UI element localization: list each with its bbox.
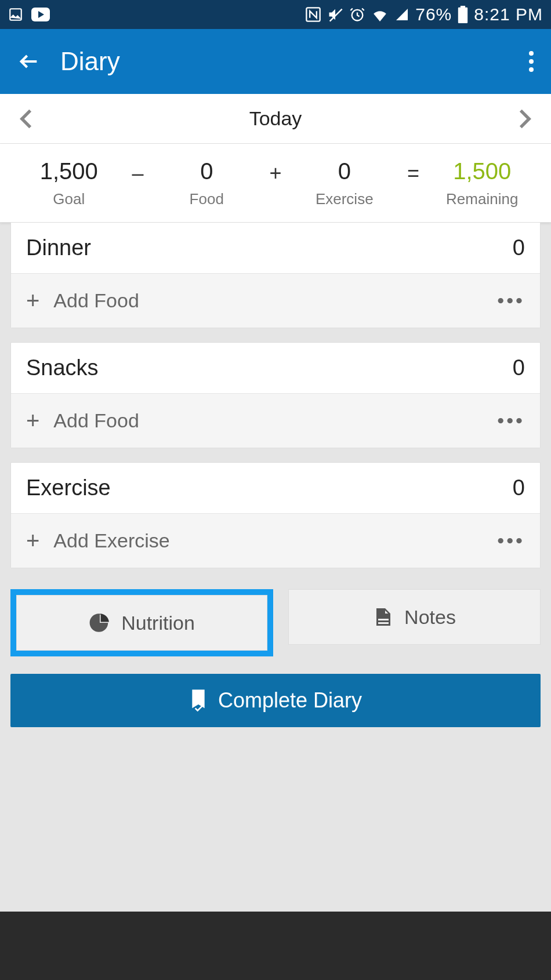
meal-action-row: + Add Food •••: [11, 274, 540, 328]
system-nav-bar: [0, 912, 551, 980]
exercise-name: Exercise: [26, 476, 111, 500]
nutrition-highlight: Nutrition: [10, 589, 273, 656]
nutrition-label: Nutrition: [121, 612, 195, 634]
add-exercise-button[interactable]: Add Exercise: [53, 529, 169, 552]
exercise-value: 0: [287, 158, 402, 184]
bookmark-check-icon: [189, 689, 208, 712]
equals-operator: =: [402, 161, 425, 205]
date-label[interactable]: Today: [32, 107, 519, 130]
wifi-icon: [371, 8, 389, 21]
food-label: Food: [150, 190, 264, 208]
date-navigator: Today: [0, 94, 551, 144]
diary-content: Dinner 0 + Add Food ••• Snacks 0 + Add F…: [0, 223, 551, 568]
minus-operator: –: [126, 161, 150, 205]
meal-header[interactable]: Dinner 0: [11, 223, 540, 274]
notes-label: Notes: [404, 606, 456, 629]
pie-chart-icon: [89, 612, 111, 634]
status-bar: 76% 8:21 PM: [0, 0, 551, 29]
overflow-menu-button[interactable]: [529, 51, 534, 72]
summary-food: 0 Food: [150, 158, 264, 208]
meal-calories: 0: [513, 235, 525, 260]
exercise-label: Exercise: [287, 190, 402, 208]
exercise-calories: 0: [513, 476, 525, 500]
page-title: Diary: [60, 47, 120, 76]
summary-exercise: 0 Exercise: [287, 158, 402, 208]
remaining-label: Remaining: [425, 190, 540, 208]
goal-value: 1,500: [12, 158, 126, 184]
svg-rect-6: [461, 6, 465, 8]
meal-header[interactable]: Snacks 0: [11, 343, 540, 394]
prev-day-button[interactable]: [20, 108, 32, 129]
remaining-value: 1,500: [425, 158, 540, 184]
signal-icon: [394, 8, 409, 21]
battery-icon: [458, 6, 468, 23]
meal-calories: 0: [513, 355, 525, 380]
mute-icon: [327, 6, 343, 23]
plus-icon: +: [26, 528, 39, 554]
add-food-button[interactable]: Add Food: [53, 409, 139, 432]
nfc-icon: [305, 6, 321, 23]
summary-goal: 1,500 Goal: [12, 158, 126, 208]
nutrition-button[interactable]: Nutrition: [16, 595, 267, 651]
meal-card-dinner: Dinner 0 + Add Food •••: [10, 223, 541, 328]
notes-icon: [373, 607, 394, 627]
exercise-more-button[interactable]: •••: [497, 529, 525, 552]
svg-rect-5: [458, 8, 467, 23]
exercise-header[interactable]: Exercise 0: [11, 463, 540, 514]
summary-remaining: 1,500 Remaining: [425, 158, 540, 208]
clock-time: 8:21 PM: [474, 5, 543, 24]
youtube-icon: [31, 8, 50, 21]
meal-name: Snacks: [26, 355, 99, 380]
add-food-button[interactable]: Add Food: [53, 289, 139, 312]
meal-name: Dinner: [26, 235, 91, 260]
battery-percentage: 76%: [415, 5, 452, 24]
exercise-card: Exercise 0 + Add Exercise •••: [10, 462, 541, 568]
exercise-action-row: + Add Exercise •••: [11, 514, 540, 568]
complete-diary-button[interactable]: Complete Diary: [10, 674, 541, 727]
next-day-button[interactable]: [519, 108, 531, 129]
meal-more-button[interactable]: •••: [497, 409, 525, 432]
plus-icon: +: [26, 408, 39, 434]
back-button[interactable]: [17, 50, 41, 73]
meal-more-button[interactable]: •••: [497, 289, 525, 312]
notes-button[interactable]: Notes: [288, 589, 541, 645]
complete-label: Complete Diary: [218, 688, 362, 713]
meal-action-row: + Add Food •••: [11, 394, 540, 448]
plus-operator: +: [264, 161, 287, 205]
meal-card-snacks: Snacks 0 + Add Food •••: [10, 342, 541, 448]
image-icon: [8, 7, 23, 22]
bottom-button-row: Nutrition Notes: [10, 589, 541, 656]
food-value: 0: [150, 158, 264, 184]
goal-label: Goal: [12, 190, 126, 208]
app-bar: Diary: [0, 29, 551, 94]
calorie-summary: 1,500 Goal – 0 Food + 0 Exercise = 1,500…: [0, 144, 551, 223]
plus-icon: +: [26, 288, 39, 314]
alarm-icon: [349, 6, 365, 23]
